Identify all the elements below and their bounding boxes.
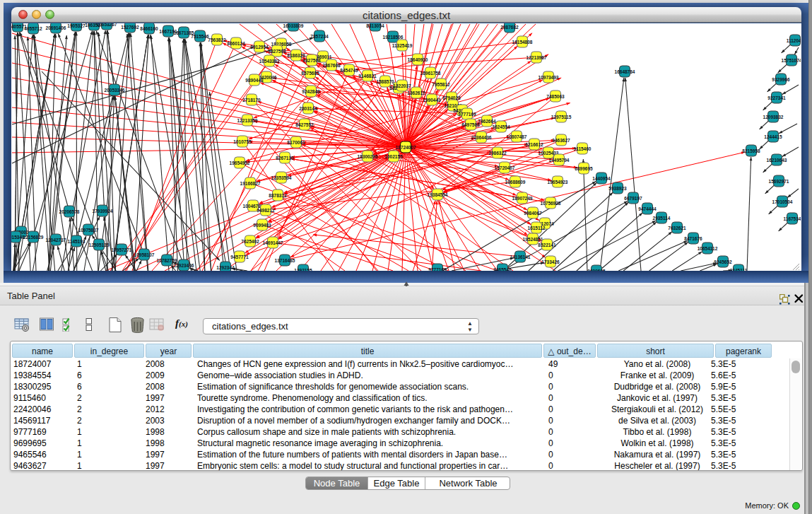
svg-text:8575685: 8575685 — [301, 71, 319, 76]
svg-text:1167534: 1167534 — [784, 216, 801, 221]
svg-text:6216612: 6216612 — [525, 142, 543, 147]
svg-text:19384554: 19384554 — [428, 192, 448, 197]
svg-text:19654923: 19654923 — [548, 180, 568, 185]
svg-text:10973493: 10973493 — [539, 75, 559, 80]
svg-text:7857234: 7857234 — [310, 34, 329, 39]
svg-text:12923446: 12923446 — [174, 263, 194, 268]
svg-text:8813054: 8813054 — [366, 23, 384, 28]
svg-text:9099483: 9099483 — [253, 223, 271, 228]
svg-text:8522141: 8522141 — [538, 243, 556, 247]
svg-text:15692971: 15692971 — [769, 179, 789, 184]
svg-text:16154808: 16154808 — [512, 40, 533, 45]
svg-text:2718170: 2718170 — [242, 98, 261, 103]
svg-text:18300295: 18300295 — [358, 154, 378, 159]
svg-text:7462664: 7462664 — [478, 119, 496, 124]
svg-text:1733426: 1733426 — [541, 259, 560, 264]
svg-text:9777169: 9777169 — [458, 112, 476, 117]
svg-text:8267130: 8267130 — [276, 156, 294, 160]
svg-text:9227341: 9227341 — [767, 95, 786, 100]
svg-text:14691447: 14691447 — [263, 240, 283, 245]
svg-text:17010504: 17010504 — [772, 199, 793, 204]
svg-text:9498212: 9498212 — [257, 208, 275, 213]
svg-text:8878312: 8878312 — [269, 193, 287, 198]
svg-text:9245652: 9245652 — [714, 259, 732, 264]
svg-text:8912954: 8912954 — [250, 45, 269, 49]
svg-text:7632621: 7632621 — [668, 226, 686, 230]
svg-text:6899695: 6899695 — [575, 166, 593, 171]
svg-text:16648784: 16648784 — [615, 69, 635, 74]
svg-text:9463627: 9463627 — [552, 138, 570, 143]
svg-text:1112045: 1112045 — [787, 38, 801, 43]
svg-text:8186328: 8186328 — [287, 53, 305, 58]
svg-text:19654952: 19654952 — [230, 160, 250, 165]
svg-text:1588570: 1588570 — [376, 79, 394, 84]
svg-text:20053346: 20053346 — [105, 88, 125, 93]
svg-text:9115460: 9115460 — [574, 146, 592, 151]
svg-text:19524851: 19524851 — [523, 237, 543, 242]
svg-text:8471676: 8471676 — [684, 236, 702, 241]
svg-text:1527602: 1527602 — [121, 25, 139, 30]
svg-text:10782759: 10782759 — [157, 258, 177, 263]
svg-text:9827508: 9827508 — [268, 49, 286, 54]
svg-text:15720407: 15720407 — [495, 165, 515, 170]
svg-text:6794028: 6794028 — [442, 95, 461, 100]
svg-text:17939924: 17939924 — [93, 209, 113, 214]
svg-text:12156829: 12156829 — [23, 235, 44, 240]
svg-text:16033809: 16033809 — [283, 23, 304, 28]
svg-text:10654112: 10654112 — [698, 246, 718, 251]
svg-text:2087682: 2087682 — [500, 25, 519, 30]
svg-text:7485063: 7485063 — [546, 94, 565, 99]
svg-text:7625402: 7625402 — [241, 239, 259, 244]
svg-text:1002155: 1002155 — [384, 154, 403, 159]
svg-text:12975115: 12975115 — [551, 115, 572, 119]
svg-text:2867608: 2867608 — [322, 63, 341, 68]
svg-text:2803144: 2803144 — [299, 106, 317, 111]
svg-text:12042737: 12042737 — [46, 238, 66, 243]
svg-text:9984067: 9984067 — [524, 211, 542, 216]
svg-text:11325419: 11325419 — [392, 43, 413, 48]
svg-text:10543382: 10543382 — [259, 59, 280, 64]
svg-text:1615112: 1615112 — [528, 226, 546, 230]
svg-text:1145193: 1145193 — [68, 239, 86, 244]
svg-text:15751074: 15751074 — [782, 58, 801, 63]
svg-text:18640910: 18640910 — [408, 57, 428, 62]
svg-text:1292344: 1292344 — [216, 265, 235, 270]
svg-text:9242848: 9242848 — [302, 89, 320, 94]
svg-text:9329966: 9329966 — [772, 77, 790, 82]
svg-text:10975887: 10975887 — [78, 228, 99, 233]
svg-text:8427552: 8427552 — [295, 122, 314, 127]
svg-text:6497508: 6497508 — [461, 122, 480, 127]
svg-text:16210643: 16210643 — [767, 158, 787, 163]
svg-text:3624554: 3624554 — [492, 124, 510, 129]
svg-text:9474444: 9474444 — [638, 206, 657, 211]
svg-text:12353594: 12353594 — [271, 175, 292, 180]
svg-text:20691406: 20691406 — [46, 25, 66, 30]
svg-text:9327508: 9327508 — [302, 58, 321, 63]
svg-text:1010755: 1010755 — [233, 139, 252, 144]
svg-text:6679197: 6679197 — [624, 196, 642, 201]
svg-text:9457771: 9457771 — [230, 255, 249, 259]
svg-text:20206578: 20206578 — [59, 209, 80, 214]
svg-text:1244415: 1244415 — [764, 134, 782, 139]
svg-text:2935114: 2935114 — [653, 216, 671, 221]
svg-text:17957273: 17957273 — [112, 247, 132, 252]
svg-text:20364436: 20364436 — [471, 135, 492, 140]
svg-text:9146821: 9146821 — [358, 74, 377, 78]
svg-text:9890443: 9890443 — [245, 78, 264, 83]
svg-text:10756928: 10756928 — [541, 201, 561, 206]
svg-text:8454749: 8454749 — [340, 68, 358, 73]
svg-text:10807487: 10807487 — [507, 134, 527, 139]
svg-text:10958107: 10958107 — [134, 252, 155, 257]
svg-text:8466160: 8466160 — [140, 26, 158, 31]
svg-text:7955812: 7955812 — [432, 82, 450, 87]
svg-text:7515546: 7515546 — [191, 34, 209, 39]
svg-text:18724007: 18724007 — [396, 145, 416, 150]
svg-text:12213359: 12213359 — [237, 118, 258, 123]
svg-text:12505135: 12505135 — [89, 243, 110, 247]
svg-text:8170061: 8170061 — [287, 140, 305, 145]
svg-text:19218506: 19218506 — [383, 35, 404, 40]
svg-text:1905327: 1905327 — [67, 23, 86, 28]
svg-text:13716485: 13716485 — [275, 258, 295, 263]
svg-text:12213967: 12213967 — [526, 55, 547, 60]
svg-text:10653267: 10653267 — [97, 23, 117, 27]
